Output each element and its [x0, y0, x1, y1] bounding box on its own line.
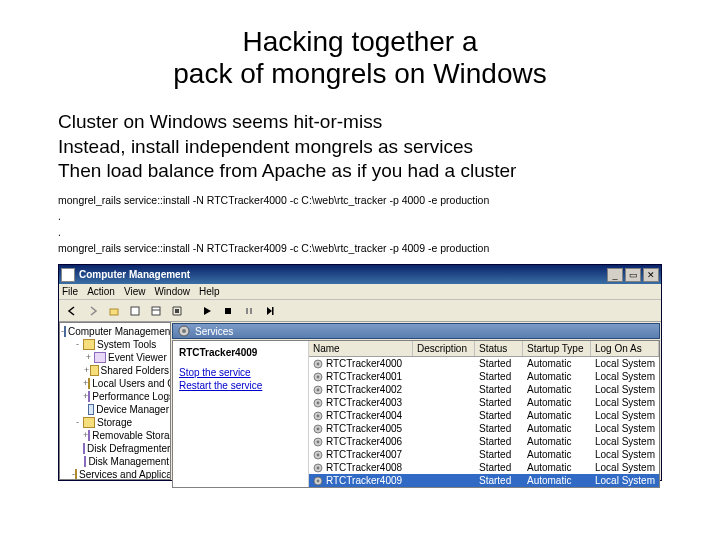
tree-system-tools[interactable]: -System Tools — [61, 338, 169, 351]
service-row[interactable]: RTCTracker4009StartedAutomaticLocal Syst… — [309, 474, 659, 487]
restart-service-link[interactable]: Restart the service — [179, 379, 302, 392]
title-line-2: pack of mongrels on Windows — [173, 58, 547, 89]
split-panes: -Computer Management (Local) -System Too… — [59, 322, 661, 480]
cell-status: Started — [475, 397, 523, 408]
col-description[interactable]: Description — [413, 341, 475, 356]
service-row[interactable]: RTCTracker4001StartedAutomaticLocal Syst… — [309, 370, 659, 383]
tree-diskmgmt[interactable]: Disk Management — [61, 455, 169, 468]
tree-removable[interactable]: +Removable Storage — [61, 429, 169, 442]
menu-action[interactable]: Action — [87, 286, 115, 297]
svg-rect-0 — [110, 309, 118, 315]
cell-name: RTCTracker4001 — [309, 371, 413, 382]
svg-rect-2 — [152, 307, 160, 315]
service-row[interactable]: RTCTracker4004StartedAutomaticLocal Syst… — [309, 409, 659, 422]
slide: Hacking together a pack of mongrels on W… — [0, 0, 720, 540]
computer-management-window: Computer Management _ ▭ ✕ File Action Vi… — [58, 264, 662, 481]
close-button[interactable]: ✕ — [643, 268, 659, 282]
menu-file[interactable]: File — [62, 286, 78, 297]
tree-device-manager[interactable]: Device Manager — [61, 403, 169, 416]
computer-icon — [64, 326, 66, 337]
cell-startup: Automatic — [523, 436, 591, 447]
service-gear-icon — [313, 359, 323, 369]
defrag-icon — [83, 443, 85, 454]
properties-button[interactable] — [126, 302, 144, 320]
svg-point-26 — [317, 466, 320, 469]
service-row[interactable]: RTCTracker4000StartedAutomaticLocal Syst… — [309, 357, 659, 370]
gear-icon — [177, 324, 191, 338]
stop-service-link[interactable]: Stop the service — [179, 366, 302, 379]
service-gear-icon — [313, 437, 323, 447]
service-gear-icon — [313, 385, 323, 395]
cell-startup: Automatic — [523, 410, 591, 421]
service-gear-icon — [313, 476, 323, 486]
menu-window[interactable]: Window — [154, 286, 190, 297]
menu-view[interactable]: View — [124, 286, 146, 297]
col-logon[interactable]: Log On As — [591, 341, 659, 356]
svg-point-24 — [317, 453, 320, 456]
play-button[interactable] — [198, 302, 216, 320]
tree-perf-logs[interactable]: +Performance Logs and A — [61, 390, 169, 403]
service-row[interactable]: RTCTracker4008StartedAutomaticLocal Syst… — [309, 461, 659, 474]
col-name[interactable]: Name — [309, 341, 413, 356]
col-startup[interactable]: Startup Type — [523, 341, 591, 356]
service-gear-icon — [313, 372, 323, 382]
pause-button[interactable] — [240, 302, 258, 320]
services-list[interactable]: Name Description Status Startup Type Log… — [309, 341, 659, 487]
svg-point-8 — [182, 329, 186, 333]
folder-icon — [75, 469, 77, 480]
toolbar — [59, 300, 661, 322]
cmd-dot-1: . — [58, 210, 61, 222]
export-button[interactable] — [168, 302, 186, 320]
cell-logon: Local System — [591, 449, 659, 460]
tree-defrag[interactable]: Disk Defragmenter — [61, 442, 169, 455]
cell-startup: Automatic — [523, 449, 591, 460]
cell-logon: Local System — [591, 410, 659, 421]
up-button[interactable] — [105, 302, 123, 320]
menu-help[interactable]: Help — [199, 286, 220, 297]
tree-shared-folders[interactable]: +Shared Folders — [61, 364, 169, 377]
cell-name: RTCTracker4006 — [309, 436, 413, 447]
cell-status: Started — [475, 423, 523, 434]
service-row[interactable]: RTCTracker4006StartedAutomaticLocal Syst… — [309, 435, 659, 448]
svg-point-18 — [317, 414, 320, 417]
svg-point-14 — [317, 388, 320, 391]
service-row[interactable]: RTCTracker4005StartedAutomaticLocal Syst… — [309, 422, 659, 435]
col-status[interactable]: Status — [475, 341, 523, 356]
maximize-button[interactable]: ▭ — [625, 268, 641, 282]
right-pane: Services RTCTracker4009 Stop the service… — [171, 322, 661, 480]
cell-logon: Local System — [591, 358, 659, 369]
tree-storage[interactable]: -Storage — [61, 416, 169, 429]
folder-icon — [88, 378, 90, 389]
cell-status: Started — [475, 475, 523, 486]
restart-button[interactable] — [261, 302, 279, 320]
svg-rect-6 — [272, 307, 274, 315]
tree-event-viewer[interactable]: +Event Viewer — [61, 351, 169, 364]
back-button[interactable] — [63, 302, 81, 320]
cell-startup: Automatic — [523, 423, 591, 434]
svg-point-28 — [317, 479, 320, 482]
services-rows: RTCTracker4000StartedAutomaticLocal Syst… — [309, 357, 659, 487]
cell-status: Started — [475, 371, 523, 382]
services-list-header[interactable]: Name Description Status Startup Type Log… — [309, 341, 659, 357]
tree-services-apps[interactable]: -Services and Applications — [61, 468, 169, 480]
cell-name: RTCTracker4009 — [309, 475, 413, 486]
device-icon — [88, 404, 94, 415]
menu-bar: File Action View Window Help — [59, 284, 661, 300]
minimize-button[interactable]: _ — [607, 268, 623, 282]
stop-button[interactable] — [219, 302, 237, 320]
refresh-button[interactable] — [147, 302, 165, 320]
window-titlebar[interactable]: Computer Management _ ▭ ✕ — [59, 265, 661, 284]
tree-local-users[interactable]: +Local Users and Groups — [61, 377, 169, 390]
cmd-line-2: mongrel_rails service::install -N RTCTra… — [58, 242, 489, 254]
command-block: mongrel_rails service::install -N RTCTra… — [58, 193, 662, 256]
forward-button[interactable] — [84, 302, 102, 320]
service-row[interactable]: RTCTracker4003StartedAutomaticLocal Syst… — [309, 396, 659, 409]
service-gear-icon — [313, 450, 323, 460]
svg-rect-5 — [250, 308, 252, 314]
service-row[interactable]: RTCTracker4002StartedAutomaticLocal Syst… — [309, 383, 659, 396]
tree-root[interactable]: -Computer Management (Local) — [61, 325, 169, 338]
tree-pane[interactable]: -Computer Management (Local) -System Too… — [59, 322, 171, 480]
cmd-dot-2: . — [58, 226, 61, 238]
service-row[interactable]: RTCTracker4007StartedAutomaticLocal Syst… — [309, 448, 659, 461]
cell-name: RTCTracker4000 — [309, 358, 413, 369]
